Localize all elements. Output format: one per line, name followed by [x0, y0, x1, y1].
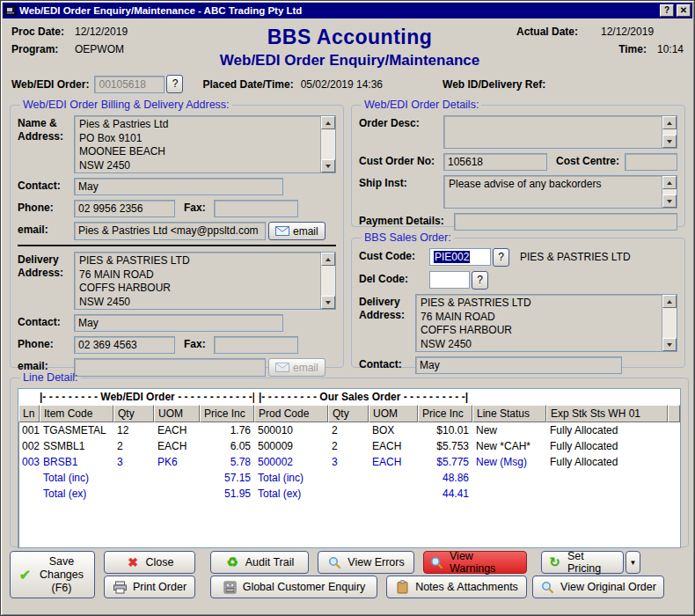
so-delivery-address-text: PIES & PASTRIES LTD 76 MAIN ROAD COFFS H…	[416, 295, 662, 351]
billing-address-textarea[interactable]: Pies & Pastries Ltd PO Box 9101 MOONEE B…	[74, 115, 336, 173]
header-left: Proc Date: 12/12/2019 Program: OEPWOM	[11, 26, 183, 70]
set-pricing-dropdown-button[interactable]: ▼	[626, 551, 640, 574]
table-cell: 2	[328, 424, 369, 436]
save-changes-button[interactable]: ✔ Save Changes (F6)	[10, 551, 95, 598]
delivery-contact-input[interactable]: May	[74, 314, 283, 332]
scroll-down-button[interactable]	[662, 338, 677, 351]
ship-inst-scrollbar[interactable]	[662, 176, 677, 208]
view-warnings-label: View Warnings	[450, 550, 521, 575]
order-lookup-button[interactable]: ?	[166, 75, 183, 93]
column-header-qty[interactable]: Qty	[113, 405, 154, 422]
billing-address-scrollbar[interactable]	[320, 116, 335, 172]
scroll-up-button[interactable]	[662, 116, 677, 129]
global-customer-enquiry-button[interactable]: Global Customer Enquiry	[210, 576, 377, 598]
totals-row: Total (ex)51.95Total (ex)44.41	[18, 486, 680, 502]
payment-details-input[interactable]	[454, 213, 677, 231]
table-row[interactable]: 002SSMBL12EACH6.055000092EACH$5.753New *…	[18, 438, 680, 454]
delivery-address-scrollbar[interactable]	[320, 253, 335, 309]
audit-trail-button[interactable]: ♻ Audit Trail	[210, 551, 309, 574]
scrollbar-track[interactable]	[662, 308, 677, 338]
envelope-icon	[275, 363, 289, 372]
column-header-price-inc[interactable]: Price Inc	[200, 405, 254, 422]
so-delivery-address-textarea[interactable]: PIES & PASTRIES LTD 76 MAIN ROAD COFFS H…	[415, 294, 677, 352]
table-cell: New *CAH*	[472, 440, 546, 452]
help-button[interactable]: ?	[660, 4, 674, 17]
so-contact-input[interactable]: May	[415, 356, 622, 374]
delivery-contact-label: Contact:	[18, 314, 74, 329]
table-row[interactable]: 001TGASMETAL12EACH1.765000102BOX$10.01Ne…	[18, 422, 680, 438]
print-order-button[interactable]: Print Order	[104, 576, 195, 598]
cust-code-lookup-button[interactable]: ?	[493, 248, 509, 267]
table-cell: BRSB1	[40, 456, 113, 468]
column-header-uom[interactable]: UOM	[369, 405, 418, 422]
del-code-lookup-button[interactable]: ?	[472, 271, 488, 290]
order-bar: Web/EDI Order: 00105618 ? Placed Date/Ti…	[3, 71, 692, 99]
view-errors-button[interactable]: View Errors	[318, 551, 414, 574]
selected-text: PIE002	[434, 251, 470, 263]
cost-centre-input[interactable]	[625, 153, 677, 171]
close-window-button[interactable]: ✕	[677, 4, 691, 17]
scrollbar-track[interactable]	[321, 129, 335, 159]
billing-contact-input[interactable]: May	[74, 178, 283, 195]
totals-cell: 48.86	[418, 472, 472, 484]
scroll-down-button[interactable]	[321, 296, 335, 309]
line-detail-fieldset: Line Detail: |- - - - - - - - - Web/EDI …	[10, 371, 689, 547]
scroll-down-button[interactable]	[321, 159, 335, 172]
billing-email-button[interactable]: email	[268, 222, 326, 240]
so-delivery-scrollbar[interactable]	[662, 295, 677, 351]
billing-phone-input[interactable]: 02 9956 2356	[74, 200, 175, 217]
notes-attachments-button[interactable]: Notes & Attachments	[386, 576, 527, 598]
close-button[interactable]: ✖ Close	[104, 551, 195, 574]
table-cell: EACH	[154, 424, 200, 436]
printer-icon	[113, 581, 128, 594]
billing-fieldset: Web/EDI Order Billing & Delivery Address…	[10, 99, 344, 368]
billing-email-input[interactable]: Pies & Pastries Ltd <may@ppsltd.com	[74, 222, 266, 240]
table-cell: EACH	[369, 456, 418, 468]
billing-fax-input[interactable]	[214, 200, 298, 217]
del-code-input[interactable]	[429, 271, 470, 289]
billing-email-label: email:	[18, 222, 74, 237]
ship-inst-textarea[interactable]: Please advise of any backorders	[443, 175, 677, 209]
ship-inst-text: Please advise of any backorders	[444, 176, 662, 208]
totals-cell: 57.15	[200, 472, 254, 484]
scrollbar-track[interactable]	[321, 266, 335, 296]
column-header-exp-stk-sts-wh-01[interactable]: Exp Stk Sts WH 01	[546, 405, 668, 422]
order-desc-label: Order Desc:	[359, 115, 443, 130]
column-header-item-code[interactable]: Item Code	[40, 405, 113, 422]
scroll-up-button[interactable]	[662, 176, 677, 189]
table-cell: EACH	[369, 440, 418, 452]
column-header-line-status[interactable]: Line Status	[472, 405, 546, 422]
webedi-order-input[interactable]: 00105618	[94, 76, 165, 93]
column-header-price-inc[interactable]: Price Inc	[418, 405, 472, 422]
delivery-email-input[interactable]	[74, 358, 266, 377]
table-cell: 3	[328, 456, 369, 468]
table-cell: 2	[328, 440, 369, 452]
save-button-label: Save Changes (F6)	[36, 555, 87, 595]
close-x-icon: ✖	[126, 555, 141, 569]
cust-code-input[interactable]: PIE002	[429, 248, 491, 266]
column-header-ln[interactable]: Ln	[18, 405, 40, 422]
scroll-down-button[interactable]	[662, 194, 677, 208]
title-bar[interactable]: Web/EDI Order Enquiry/Maintenance - ABC …	[3, 3, 692, 18]
view-warnings-button[interactable]: View Warnings	[423, 551, 527, 574]
order-desc-scrollbar[interactable]	[662, 116, 677, 148]
scroll-up-button[interactable]	[321, 253, 335, 266]
table-cell: $5.753	[418, 440, 472, 452]
placed-datetime-value: 05/02/2019 14:36	[301, 78, 383, 91]
so-delivery-address-label: Delivery Address:	[359, 294, 415, 322]
view-original-order-button[interactable]: View Original Order	[532, 576, 664, 598]
delivery-phone-input[interactable]: 02 369 4563	[74, 336, 175, 354]
scroll-down-button[interactable]	[662, 135, 677, 148]
delivery-address-textarea[interactable]: PIES & PASTRIES LTD 76 MAIN ROAD COFFS H…	[74, 252, 336, 310]
order-desc-textarea[interactable]	[443, 115, 677, 149]
set-pricing-button[interactable]: ↻ Set Pricing	[541, 551, 624, 574]
table-row[interactable]: 003BRSB13PK65.785000023EACH$5.775New (Ms…	[18, 454, 680, 470]
column-header-uom[interactable]: UOM	[154, 405, 200, 422]
cust-order-no-input[interactable]: 105618	[443, 153, 547, 171]
scroll-up-button[interactable]	[321, 116, 335, 129]
column-header-qty[interactable]: Qty	[328, 405, 369, 422]
delivery-fax-input[interactable]	[214, 336, 298, 354]
scroll-up-button[interactable]	[662, 295, 677, 308]
line-detail-table[interactable]: |- - - - - - - - - Web/EDI Order - - - -…	[18, 388, 681, 548]
column-header-prod-code[interactable]: Prod Code	[254, 405, 328, 422]
